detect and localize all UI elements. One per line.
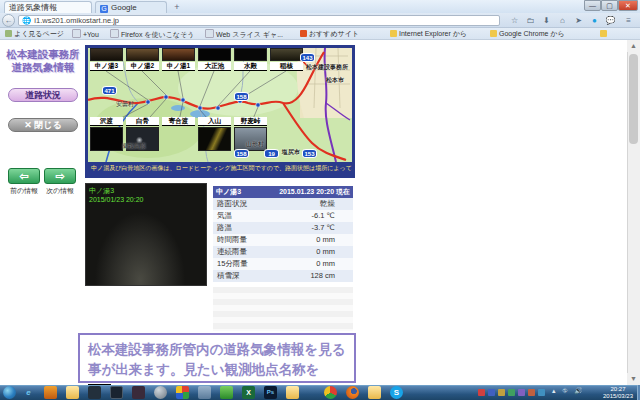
table-row: 路温-3.7 ℃ xyxy=(213,222,353,234)
road-status-button[interactable]: 道路状況 xyxy=(8,88,78,102)
taskbar-icon-media-player[interactable] xyxy=(44,386,57,399)
taskbar-icon-internet-explorer[interactable]: e xyxy=(22,386,35,399)
taskbar-icon-excel[interactable]: X xyxy=(242,386,255,399)
tray-icon[interactable] xyxy=(488,389,495,396)
taskbar-icon-app-dark-1[interactable] xyxy=(88,386,101,399)
camera-thumb[interactable] xyxy=(198,127,231,151)
camera-label[interactable]: 中ノ湯3 xyxy=(90,62,123,71)
tray-icon[interactable] xyxy=(478,389,485,396)
skype-toolbar-icon[interactable]: ● xyxy=(588,15,601,27)
camera-label[interactable]: 入山 xyxy=(198,117,231,126)
taskbar-icon-folder-1[interactable] xyxy=(286,386,299,399)
page-icon xyxy=(110,29,119,38)
tab-label: 道路気象情報 xyxy=(9,3,57,12)
maximize-button[interactable]: ▢ xyxy=(601,0,618,11)
bookmark-item[interactable]: よく見るページ xyxy=(5,29,64,39)
station-name: 中ノ湯3 xyxy=(216,186,241,198)
folder-icon xyxy=(490,30,497,37)
tray-icon[interactable] xyxy=(508,389,515,396)
taskbar-icon-firefox[interactable] xyxy=(346,386,359,399)
network-icon[interactable]: ⛗ xyxy=(562,387,568,395)
taskbar-clock[interactable]: 20:27 2015/03/23 xyxy=(600,386,636,400)
camera-label[interactable]: 沢渡 xyxy=(90,117,123,126)
bookmark-star-icon[interactable]: ☆ xyxy=(508,15,521,27)
taskbar-icon-app-grid[interactable] xyxy=(176,386,189,399)
camera-label[interactable]: 大正池 xyxy=(198,62,231,71)
tab-road-weather[interactable]: 道路気象情報 xyxy=(4,1,92,13)
tray-icon[interactable] xyxy=(538,389,545,396)
url-text: i1.ws201.omikostart.ne.jp xyxy=(34,16,119,25)
prev-info-label: 前の情報 xyxy=(6,186,42,196)
google-favicon: G xyxy=(100,5,108,13)
taskbar-icon-folder-2[interactable] xyxy=(368,386,381,399)
place-label: 山形村 xyxy=(246,140,264,149)
start-button[interactable] xyxy=(3,386,16,399)
camera-thumb[interactable] xyxy=(90,48,123,61)
table-row: 連続雨量0 mm xyxy=(213,246,353,258)
empty-table-rows xyxy=(213,287,353,331)
camera-overlay-station: 中ノ湯3 xyxy=(89,187,114,195)
place-label: 松本市 xyxy=(326,76,344,85)
camera-thumb[interactable] xyxy=(162,48,195,61)
new-tab-button[interactable]: + xyxy=(170,2,184,13)
volume-icon[interactable]: 🔊 xyxy=(574,387,583,395)
taskbar-icon-app-dark-2[interactable] xyxy=(110,386,123,399)
scrollbar-thumb[interactable] xyxy=(629,54,638,144)
prev-info-button[interactable]: ⇦ xyxy=(8,168,40,184)
road-map-panel: 中ノ湯3 中ノ湯2 中ノ湯1 大正池 水殿 稲核 松本建設事務所 沢渡 白骨 寄… xyxy=(85,45,355,178)
taskbar-icon-chrome[interactable] xyxy=(324,386,337,399)
suggested-sites-icon xyxy=(300,30,307,37)
scroll-up-button[interactable]: ▲ xyxy=(627,40,640,52)
tray-icon[interactable] xyxy=(528,389,535,396)
page-title: 松本建設事務所 道路気象情報 xyxy=(2,48,84,74)
camera-label[interactable]: 中ノ湯1 xyxy=(162,62,195,71)
camera-thumb[interactable] xyxy=(234,48,267,61)
table-row: 路面状況乾燥 xyxy=(213,198,353,210)
bookmark-item[interactable]: +You xyxy=(72,29,99,39)
bookmark-item[interactable]: おすすめサイト xyxy=(300,29,359,39)
tab-google[interactable]: GGoogle xyxy=(95,1,167,13)
camera-label[interactable]: 野麦峠 xyxy=(234,117,267,126)
camera-overlay-datetime: 2015/01/23 20:20 xyxy=(89,196,144,204)
briefcase-icon[interactable]: 🗀 xyxy=(524,15,537,27)
camera-label[interactable]: 稲核 xyxy=(270,62,303,71)
taskbar-icon-app-dark-3[interactable] xyxy=(132,386,145,399)
chat-icon[interactable]: 💬 xyxy=(604,15,617,27)
menu-hamburger-icon[interactable]: ≡ xyxy=(622,15,635,27)
minimize-button[interactable]: — xyxy=(584,0,601,11)
taskbar-icon-app-sphere[interactable] xyxy=(154,386,167,399)
table-row: 気温-6.1 ℃ xyxy=(213,210,353,222)
camera-thumb[interactable] xyxy=(270,48,303,61)
bookmark-item[interactable]: Web スライス ギャ... xyxy=(205,29,283,39)
bookmark-item[interactable]: Firefox を使いこなそう xyxy=(110,29,194,39)
taskbar-icon-explorer-folder[interactable] xyxy=(66,386,79,399)
back-button[interactable]: ← xyxy=(2,14,15,27)
camera-thumb[interactable] xyxy=(198,48,231,61)
close-button[interactable]: ✕ xyxy=(618,0,638,11)
camera-label[interactable]: 寄合渡 xyxy=(162,117,195,126)
home-icon[interactable]: ⌂ xyxy=(556,15,569,27)
camera-label[interactable]: 中ノ湯2 xyxy=(126,62,159,71)
tray-expand-icon[interactable]: ▴ xyxy=(552,387,556,395)
camera-label[interactable]: 水殿 xyxy=(234,62,267,71)
taskbar-icon-photoshop[interactable]: Ps xyxy=(264,386,277,399)
scroll-down-button[interactable]: ▼ xyxy=(627,373,640,385)
bookmark-folder[interactable] xyxy=(600,29,609,39)
address-bar[interactable]: 🌐i1.ws201.omikostart.ne.jp xyxy=(18,15,500,26)
camera-thumb[interactable] xyxy=(126,48,159,61)
camera-label[interactable]: 白骨 xyxy=(126,117,159,126)
bookmark-folder[interactable]: Google Chrome から xyxy=(490,29,565,39)
page-icon xyxy=(205,29,214,38)
camera-thumb[interactable] xyxy=(90,127,123,151)
tray-icon[interactable] xyxy=(498,389,505,396)
tray-icon[interactable] xyxy=(518,389,525,396)
notice-line-1: 松本建設事務所管内の道路気象情報を見る xyxy=(88,340,346,360)
bookmark-folder[interactable]: Internet Explorer から xyxy=(390,29,467,39)
next-info-button[interactable]: ⇨ xyxy=(44,168,76,184)
close-panel-button[interactable]: ✕ 閉じる xyxy=(8,118,78,132)
send-icon[interactable]: ➤ xyxy=(572,15,585,27)
taskbar-icon-app-green[interactable] xyxy=(220,386,233,399)
taskbar-icon-printer[interactable] xyxy=(198,386,211,399)
downloads-icon[interactable]: ⬇ xyxy=(540,15,553,27)
taskbar-icon-skype[interactable]: S xyxy=(390,386,403,399)
